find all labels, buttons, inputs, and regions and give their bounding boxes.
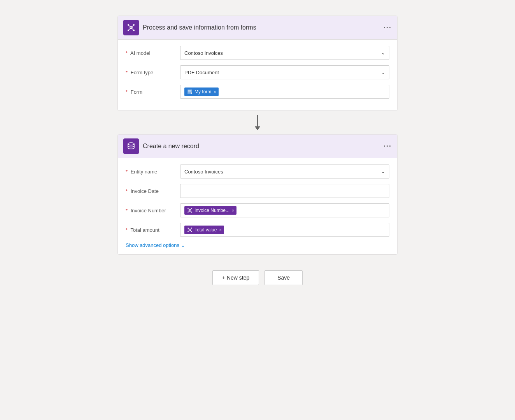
- card-process-forms-body: * AI model Contoso invoices ⌄ * Form typ…: [118, 40, 397, 110]
- my-form-tag-text: My form: [194, 89, 211, 94]
- entity-name-chevron-icon: ⌄: [381, 169, 385, 174]
- show-advanced-options[interactable]: Show advanced options ⌄: [126, 242, 389, 248]
- form-type-row: * Form type PDF Document ⌄: [126, 65, 389, 79]
- flow-container: Process and save information from forms …: [117, 16, 398, 285]
- my-form-tag-icon: [187, 89, 193, 95]
- form-input[interactable]: My form ×: [180, 85, 389, 99]
- card-create-record-icon: [123, 138, 139, 154]
- ai-model-row: * AI model Contoso invoices ⌄: [126, 46, 389, 60]
- entity-name-row: * Entity name Contoso Invoices ⌄: [126, 164, 389, 178]
- entity-name-required-star: *: [126, 169, 128, 175]
- form-label: * Form: [126, 89, 180, 95]
- create-record-svg-icon: [126, 142, 136, 151]
- total-amount-tag-icon: [187, 227, 193, 233]
- card-create-record: Create a new record ··· * Entity name Co…: [117, 134, 398, 255]
- ai-model-select[interactable]: Contoso invoices ⌄: [180, 46, 389, 60]
- show-advanced-label: Show advanced options: [126, 242, 179, 248]
- card-create-record-menu[interactable]: ···: [384, 142, 392, 150]
- total-amount-row: * Total amount: [126, 223, 389, 237]
- form-type-chevron-icon: ⌄: [381, 70, 385, 75]
- entity-name-label: * Entity name: [126, 169, 180, 175]
- my-form-tag-close[interactable]: ×: [214, 89, 216, 94]
- invoice-date-label: * Invoice Date: [126, 188, 180, 194]
- forms-icon: [187, 89, 193, 94]
- svg-point-11: [128, 143, 134, 145]
- form-type-value: PDF Document: [184, 70, 219, 75]
- ai-builder-icon-2: [187, 227, 193, 233]
- form-required-star: *: [126, 89, 128, 95]
- total-amount-label: * Total amount: [126, 227, 180, 233]
- ai-model-chevron-icon: ⌄: [381, 50, 385, 56]
- entity-name-select[interactable]: Contoso Invoices ⌄: [180, 164, 389, 178]
- ai-model-value: Contoso invoices: [184, 50, 223, 56]
- form-type-label: * Form type: [126, 70, 180, 75]
- invoice-number-input[interactable]: Invoice Numbe... ×: [180, 203, 389, 217]
- card-process-forms-menu[interactable]: ···: [384, 24, 392, 32]
- total-amount-required-star: *: [126, 227, 128, 233]
- card-process-forms: Process and save information from forms …: [117, 16, 398, 111]
- invoice-date-input[interactable]: [180, 184, 389, 198]
- arrow-head-1: [255, 126, 260, 130]
- invoice-number-tag-icon: [187, 207, 193, 214]
- arrow-line-1: [257, 115, 258, 126]
- total-amount-tag-close[interactable]: ×: [219, 228, 221, 232]
- page-container: Process and save information from forms …: [0, 8, 515, 420]
- invoice-date-required-star: *: [126, 188, 128, 194]
- new-step-button[interactable]: + New step: [212, 270, 259, 285]
- card-process-forms-title: Process and save information from forms: [143, 24, 380, 31]
- bottom-buttons: + New step Save: [212, 270, 303, 285]
- show-advanced-chevron-icon: ⌄: [181, 242, 185, 248]
- card-create-record-header: Create a new record ···: [118, 135, 397, 158]
- invoice-number-tag-close[interactable]: ×: [232, 208, 234, 213]
- card-process-forms-icon: [123, 20, 139, 35]
- total-amount-tag: Total value ×: [184, 226, 224, 234]
- total-amount-input[interactable]: Total value ×: [180, 223, 389, 237]
- ai-model-label: * AI model: [126, 50, 180, 56]
- card-process-forms-header: Process and save information from forms …: [118, 16, 397, 40]
- invoice-number-row: * Invoice Number: [126, 203, 389, 217]
- form-type-required-star: *: [126, 70, 128, 75]
- ai-builder-icon: [187, 208, 193, 213]
- invoice-number-tag-text: Invoice Numbe...: [194, 208, 229, 213]
- total-amount-tag-text: Total value: [194, 227, 217, 233]
- form-row: * Form: [126, 85, 389, 99]
- invoice-date-row: * Invoice Date: [126, 184, 389, 198]
- invoice-number-label: * Invoice Number: [126, 208, 180, 214]
- entity-name-value: Contoso Invoices: [184, 169, 223, 175]
- arrow-connector-1: [255, 111, 260, 134]
- ai-model-required-star: *: [126, 50, 128, 56]
- my-form-tag: My form ×: [184, 88, 219, 96]
- save-button[interactable]: Save: [265, 270, 303, 285]
- process-forms-svg-icon: [126, 23, 136, 32]
- card-create-record-body: * Entity name Contoso Invoices ⌄ * Invoi…: [118, 158, 397, 254]
- invoice-number-tag: Invoice Numbe... ×: [184, 206, 236, 215]
- form-type-select[interactable]: PDF Document ⌄: [180, 65, 389, 79]
- card-create-record-title: Create a new record: [143, 143, 380, 150]
- invoice-number-required-star: *: [126, 208, 128, 214]
